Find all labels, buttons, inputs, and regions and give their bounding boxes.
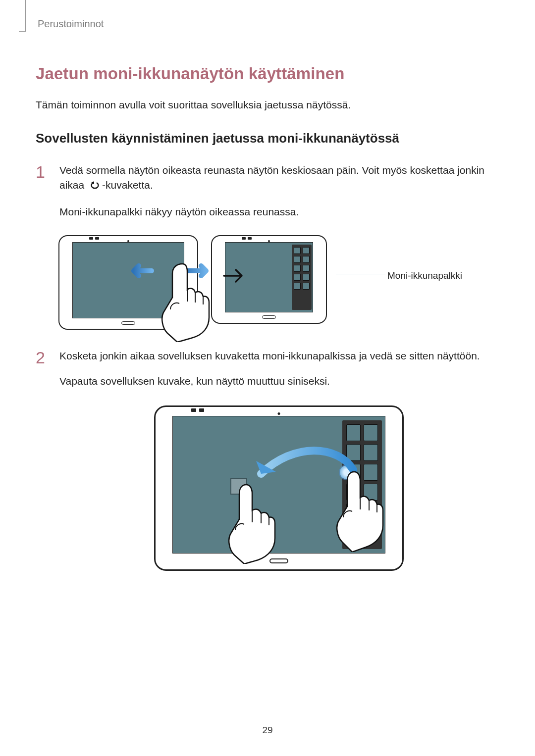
section-heading: Sovellusten käynnistäminen jaetussa moni… <box>36 129 499 148</box>
page-title: Jaetun moni-ikkunanäytön käyttäminen <box>36 62 499 86</box>
step-1-text-line2: Moni-ikkunapalkki näkyy näytön oikeassa … <box>59 204 499 219</box>
page-number: 29 <box>0 723 535 737</box>
breadcrumb: Perustoiminnot <box>38 17 499 31</box>
callout-line <box>336 274 385 274</box>
header-tab-line <box>19 0 26 32</box>
multi-window-tray-icon <box>292 245 312 310</box>
hand-pointing-icon <box>154 259 213 342</box>
tablet-large <box>154 405 404 571</box>
step-2-number: 2 <box>36 349 59 399</box>
step-1-number: 1 <box>36 163 59 229</box>
arrow-right-icon <box>222 267 250 285</box>
back-icon <box>88 179 101 194</box>
hand-touching-tray-icon <box>330 468 385 552</box>
home-button-icon <box>121 321 135 325</box>
step-1-text-line1: Vedä sormella näytön oikeasta reunasta n… <box>59 163 499 195</box>
figure-2 <box>58 405 499 571</box>
step-1: 1 Vedä sormella näytön oikeasta reunasta… <box>36 163 499 229</box>
step-2: 2 Kosketa jonkin aikaa sovelluksen kuvak… <box>36 349 499 399</box>
figure-1: Moni-ikkunapalkki <box>58 235 499 330</box>
home-button-icon <box>262 315 276 319</box>
intro-paragraph: Tämän toiminnon avulla voit suorittaa so… <box>36 98 499 112</box>
step-1-text-part2: -kuvaketta. <box>102 179 153 191</box>
hand-dropping-icon <box>222 482 277 564</box>
step-2-text-line2: Vapauta sovelluksen kuvake, kun näyttö m… <box>59 374 499 389</box>
step-2-text-line1: Kosketa jonkin aikaa sovelluksen kuvaket… <box>59 349 499 363</box>
callout-label: Moni-ikkunapalkki <box>387 269 462 283</box>
